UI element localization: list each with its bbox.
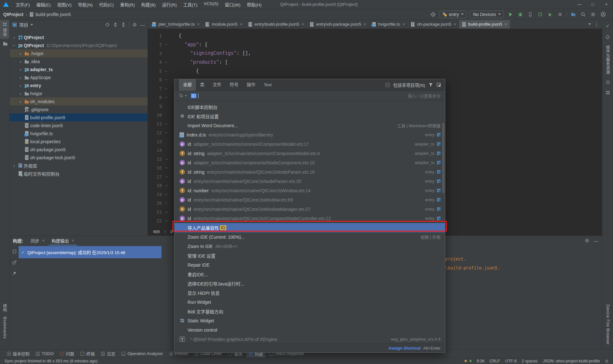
fold-marker-icon[interactable] (162, 60, 171, 65)
tree-row[interactable]: AppScope (10, 73, 147, 81)
fold-marker-icon[interactable] (162, 69, 171, 74)
stop-button[interactable] (557, 11, 564, 18)
profiler-ring-icon[interactable] (606, 80, 610, 85)
result-row[interactable]: 管理 IDE 设置 (174, 251, 445, 260)
popup-scrollbar-thumb[interactable] (442, 123, 444, 193)
account-avatar-icon[interactable] (600, 11, 607, 18)
toolwindow-version-control[interactable]: 版本控制 (4, 350, 32, 358)
tree-row[interactable]: .idea (10, 57, 147, 65)
toolstrip-project-tab[interactable]: 项目 (0, 20, 9, 39)
menu-item[interactable]: 窗口(W) (222, 1, 244, 8)
menu-item[interactable]: 重构(R) (117, 1, 138, 8)
menu-item[interactable]: 运行(R) (159, 1, 180, 8)
fold-marker-icon[interactable] (162, 77, 171, 82)
result-row[interactable]: Import Word Document... 工具 | Markdown转换器 (174, 121, 445, 130)
fold-marker-icon[interactable] (162, 157, 171, 162)
device-selector[interactable]: No Devices (470, 11, 504, 18)
result-row[interactable]: id entry/src/main/ets/native/QtCore/JsXC… (174, 214, 445, 223)
fold-marker-icon[interactable] (162, 121, 171, 127)
minimize-button[interactable]: — (573, 0, 586, 9)
menu-item[interactable]: 导航(N) (75, 1, 96, 8)
tree-row[interactable]: 临时文件和控制台 (10, 170, 147, 178)
search-options-chevron-icon[interactable] (185, 95, 187, 96)
open-in-window-icon[interactable] (436, 82, 441, 87)
profiler-button[interactable] (527, 11, 534, 18)
menu-item[interactable]: 文件(F) (13, 1, 33, 8)
inspections-ok-icon[interactable]: ✓ (606, 23, 610, 29)
fold-marker-icon[interactable] (162, 130, 171, 135)
tab-close-icon[interactable]: × (72, 238, 74, 243)
result-row[interactable]: 导入产品兼容性 ID (174, 223, 445, 232)
result-row[interactable]: Index.d.ts entry\src\main\cpp\types\libe… (174, 130, 445, 139)
line-ending-indicator[interactable]: CRLF (490, 359, 500, 363)
tree-row[interactable]: .gitignore (10, 105, 147, 113)
hide-panel-icon[interactable]: — (593, 238, 598, 244)
popup-tab[interactable]: 文件 (209, 79, 226, 91)
popup-search-row[interactable]: ID 输入 / 以查看命令 (174, 91, 445, 101)
tree-row[interactable]: oh-package-lock.json5 (10, 153, 147, 161)
device-file-browser-tab[interactable]: Device File Browser (606, 304, 610, 345)
build-tab-sync[interactable]: 同步× (28, 236, 47, 245)
editor-tab[interactable]: pter_ts\hvigorfile.ts × (149, 20, 202, 29)
tab-close-icon[interactable]: × (42, 238, 45, 243)
editor-tab[interactable]: hvigorfile.ts × (369, 20, 408, 29)
popup-tab[interactable]: Text (260, 79, 276, 91)
fold-marker-icon[interactable] (162, 95, 171, 100)
fold-marker-icon[interactable] (162, 210, 171, 215)
fold-marker-icon[interactable] (162, 174, 171, 179)
result-row[interactable]: id: number entry/src/main/ets/native/QtC… (174, 186, 445, 195)
encoding-indicator[interactable]: UTF-8 (505, 359, 516, 363)
tree-row[interactable]: QtProject (10, 33, 147, 41)
fold-marker-icon[interactable] (162, 86, 171, 91)
project-structure-icon[interactable] (570, 11, 577, 18)
locate-icon[interactable] (430, 11, 437, 18)
breadcrumb-item[interactable]: app (153, 229, 160, 234)
result-row[interactable]: 显示 HiDPI 信息 (174, 288, 445, 297)
result-row[interactable]: id entry/src/main/ets/native/QtCore/JsWi… (174, 204, 445, 214)
tree-chevron-icon[interactable] (18, 51, 23, 56)
editor-tab[interactable]: entry\build-profile.json5 × (245, 20, 307, 29)
result-row[interactable]: IDE脚本控制台 (174, 102, 445, 112)
caret-position[interactable]: 9:36 (477, 359, 484, 363)
grid-icon[interactable] (606, 90, 610, 95)
menu-item[interactable]: 编辑(E) (33, 1, 54, 8)
tab-close-icon[interactable]: × (197, 22, 199, 27)
menu-item[interactable]: 帮助(H) (244, 1, 265, 8)
tree-row[interactable]: hvigorfile.ts (10, 129, 147, 137)
menu-item[interactable]: 代码(C) (96, 1, 117, 8)
popup-tab[interactable]: 操作 (243, 79, 260, 91)
tab-close-icon[interactable]: × (403, 22, 405, 27)
tree-row[interactable]: QtProject D:\OpenHarmony\Project\QtProje… (10, 41, 147, 49)
build-result-row[interactable]: ✓ QtProject [assembleHap]: 成功的 在2025/1/3… (19, 246, 162, 258)
tree-row[interactable]: .hvigor (10, 49, 147, 57)
tab-close-icon[interactable]: × (505, 22, 507, 27)
tree-row[interactable]: entry (10, 81, 147, 89)
editor-tab[interactable]: entry\oh-package.json5 × (307, 20, 369, 29)
editor-tab[interactable]: build-profile.json5 × (459, 20, 510, 29)
attach-debugger-button[interactable] (547, 11, 554, 18)
result-row[interactable]: Version control (174, 325, 445, 335)
fold-marker-icon[interactable] (162, 218, 171, 223)
result-row[interactable]: id adapter_ts/src/main/ets/common/Compon… (174, 139, 445, 149)
result-row[interactable]: Bidi 文字基础方向 (174, 307, 445, 316)
result-row[interactable]: Zoom IDE (Current: 100%)... 视图 | 外观 (174, 232, 445, 242)
result-row[interactable]: id: string adapter_ts/src/main/ets/commo… (174, 149, 445, 158)
file-schema-indicator[interactable]: JSON: ohos-project-build-profile (543, 359, 600, 363)
result-row[interactable]: Static Widget (174, 316, 445, 325)
tree-chevron-icon[interactable] (12, 35, 17, 40)
toolwindow-log[interactable]: 日志 (98, 350, 118, 358)
services-resources-tab[interactable]: 组件与服务资源 (605, 45, 610, 74)
fold-marker-icon[interactable] (162, 42, 171, 47)
tab-close-icon[interactable]: × (364, 22, 366, 27)
result-row[interactable]: id entry/src/main/ets/native/QtCore/JsWi… (174, 195, 445, 204)
result-row[interactable]: id: string entry/src/main/ets/native/QtC… (174, 167, 445, 177)
toolstrip-bookmarks-tab[interactable]: Bookmarks (0, 314, 9, 341)
maximize-button[interactable]: □ (586, 0, 600, 9)
menu-item[interactable]: 工具(T) (180, 1, 200, 8)
popup-tab[interactable]: 全部 (179, 79, 196, 91)
search-everywhere-icon[interactable] (580, 11, 587, 18)
tree-chevron-icon[interactable] (18, 75, 23, 80)
tree-row[interactable]: local.properties (10, 137, 147, 145)
lock-icon[interactable] (605, 359, 609, 363)
settings-gear-icon[interactable] (590, 11, 597, 18)
